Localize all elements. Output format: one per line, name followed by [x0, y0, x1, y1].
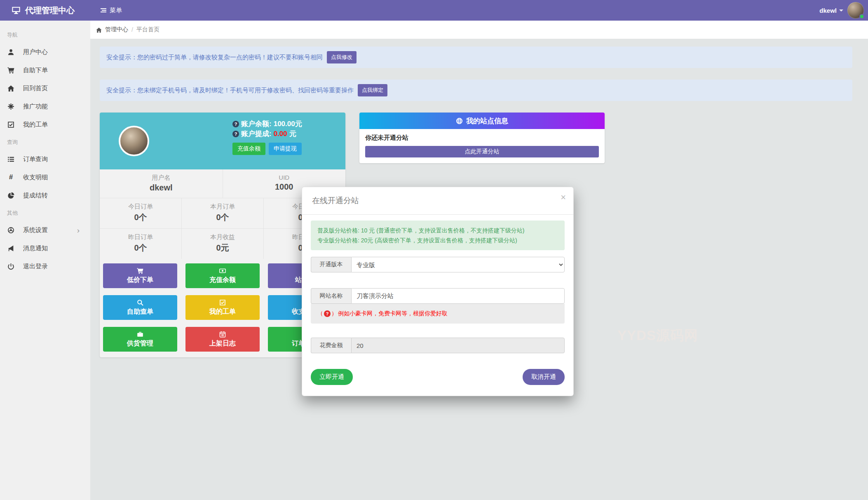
sidebar-item-notifications[interactable]: 消息通知	[0, 239, 90, 257]
pricing-line-pro: 专业版分站价格: 20元 (高级密价下单，支持设置出售价格，支持搭建下级分站)	[317, 235, 558, 245]
cost-input	[351, 338, 565, 353]
asterisk-icon	[7, 103, 14, 110]
sidebar-item-self-order[interactable]: 自助下单	[0, 61, 90, 79]
account-avatar	[119, 126, 149, 156]
breadcrumb: 管理中心 / 平台首页	[90, 21, 868, 39]
sitename-label: 网站名称	[311, 288, 351, 304]
home-icon	[96, 27, 102, 33]
stat-month-orders: 本月订单 0个	[181, 198, 263, 228]
commission-label: 账户提成:	[241, 129, 272, 139]
password-alert-text: 安全提示：您的密码过于简单，请修改较复杂一点的密码！建议不要和账号相同	[106, 54, 323, 61]
pricing-line-basic: 普及版分站价格: 10 元 (普通密价下单，支持设置出售价格，不支持搭建下级分站…	[317, 225, 558, 235]
bullhorn-icon	[7, 245, 14, 252]
breadcrumb-section[interactable]: 管理中心	[105, 26, 128, 33]
user-menu[interactable]: dkewl	[819, 7, 843, 14]
sidebar-item-order-query[interactable]: 订单查询	[0, 150, 90, 168]
balance-line: ? 账户余额: 100.00元	[232, 119, 302, 129]
open-branch-button[interactable]: 点此开通分站	[365, 146, 599, 157]
site-info-panel: 我的站点信息 你还未开通分站 点此开通分站	[359, 113, 605, 163]
avatar[interactable]	[847, 2, 864, 19]
sidebar-item-commission-transfer[interactable]: 提成结转	[0, 186, 90, 204]
chevron-right-icon: ›	[77, 226, 80, 234]
hashtag-icon: #	[7, 173, 14, 181]
phone-bind-alert: 安全提示：您未绑定手机号码，请及时绑定！手机号可用于修改密码、找回密码等重要操作…	[100, 80, 852, 101]
calendar-icon	[219, 331, 226, 338]
stat-month-income: 本月收益 0元	[181, 229, 263, 259]
confirm-open-button[interactable]: 立即开通	[311, 369, 353, 385]
phone-bind-alert-text: 安全提示：您未绑定手机号码，请及时绑定！手机号可用于修改密码、找回密码等重要操作	[106, 87, 354, 94]
tile-my-tickets[interactable]: 我的工单	[185, 295, 260, 320]
bind-phone-button[interactable]: 点我绑定	[358, 84, 387, 96]
question-circle-icon[interactable]: ?	[232, 121, 239, 127]
cancel-open-button[interactable]: 取消开通	[523, 369, 565, 385]
breadcrumb-separator: /	[131, 26, 133, 33]
sitename-hint-text: 例如小豪卡网，免费卡网等，根据你爱好取	[338, 310, 448, 317]
bars-icon	[100, 7, 107, 14]
sitename-input[interactable]	[351, 288, 565, 304]
sidebar-item-home[interactable]: 回到首页	[0, 79, 90, 97]
check-square-icon	[7, 121, 14, 128]
sidebar-section-other: 其他	[0, 204, 90, 221]
power-icon	[7, 263, 14, 270]
money-icon	[219, 268, 226, 274]
sitename-hint: （?） 例如小豪卡网，免费卡网等，根据你爱好取	[311, 304, 565, 324]
tile-self-query[interactable]: 自助查单	[103, 295, 177, 320]
stat-yesterday-orders: 昨日订单 0个	[100, 229, 181, 259]
app-title: 代理管理中心	[25, 5, 75, 16]
menu-toggle[interactable]: 菜单	[100, 7, 122, 14]
balance-value: 100.00元	[274, 119, 302, 129]
account-hero: ? 账户余额: 100.00元 ? 账户提成: 0.00 元 充值余额	[100, 113, 345, 169]
sidebar-section-query: 查询	[0, 134, 90, 150]
wheel-icon	[7, 227, 14, 234]
cost-field: 花费金额	[311, 338, 565, 353]
stat-today-orders: 今日订单 0个	[100, 198, 181, 228]
modal-title: 在线开通分站	[312, 196, 359, 205]
home-icon	[7, 85, 14, 92]
sitename-field: 网站名称	[311, 288, 565, 304]
commission-line: ? 账户提成: 0.00 元	[232, 129, 302, 139]
commission-unit: 元	[289, 129, 296, 139]
version-label: 开通版本	[311, 257, 351, 272]
breadcrumb-home[interactable]	[96, 26, 102, 33]
withdraw-button[interactable]: 申请提现	[269, 143, 302, 155]
online-status-dot	[859, 14, 864, 19]
cart-icon	[137, 268, 143, 274]
sidebar-item-user-center[interactable]: 用户中心	[0, 43, 90, 61]
tile-cheap-order[interactable]: 低价下单	[103, 263, 177, 288]
username: dkewl	[819, 7, 837, 14]
app-brand[interactable]: 代理管理中心	[0, 5, 76, 16]
caret-down-icon	[839, 9, 843, 12]
sidebar-section-nav: 导航	[0, 26, 90, 43]
briefcase-icon	[137, 331, 143, 338]
tile-shelf-log[interactable]: 上架日志	[185, 327, 260, 352]
branch-status-text: 你还未开通分站	[365, 134, 599, 142]
sidebar: 导航 用户中心 自助下单 回到首页 推广功能 我的工单 查询 订单查询 # 收支…	[0, 21, 90, 500]
sidebar-item-logout[interactable]: 退出登录	[0, 257, 90, 275]
sidebar-item-promotion[interactable]: 推广功能	[0, 97, 90, 115]
site-info-header: 我的站点信息	[359, 113, 605, 129]
user-icon	[7, 49, 14, 56]
tile-supply-manage[interactable]: 供货管理	[103, 327, 177, 352]
sidebar-item-income-detail[interactable]: # 收支明细	[0, 168, 90, 186]
list-icon	[7, 156, 14, 163]
question-circle-icon[interactable]: ?	[232, 131, 239, 137]
password-alert: 安全提示：您的密码过于简单，请修改较复杂一点的密码！建议不要和账号相同 点我修改	[100, 47, 852, 68]
change-password-button[interactable]: 点我修改	[327, 51, 357, 63]
stat-username: 用户名 dkewl	[100, 169, 223, 198]
top-navbar: 代理管理中心 菜单 dkewl	[0, 0, 868, 21]
menu-label: 菜单	[110, 7, 122, 14]
sidebar-item-my-tickets[interactable]: 我的工单	[0, 115, 90, 134]
commission-value: 0.00	[274, 129, 287, 139]
question-circle-icon: ?	[324, 310, 331, 317]
version-select[interactable]: 专业版	[351, 257, 565, 272]
open-branch-modal: 在线开通分站 × 普及版分站价格: 10 元 (普通密价下单，支持设置出售价格，…	[302, 187, 574, 396]
close-icon[interactable]: ×	[561, 193, 566, 202]
check-square-icon	[219, 299, 226, 306]
cost-label: 花费金额	[311, 338, 351, 353]
pie-chart-icon	[7, 192, 14, 199]
desktop-icon	[12, 6, 21, 15]
site-info-title: 我的站点信息	[466, 116, 508, 126]
tile-recharge[interactable]: 充值余额	[185, 263, 260, 288]
sidebar-item-system-settings[interactable]: 系统设置 ›	[0, 221, 90, 239]
recharge-button[interactable]: 充值余额	[232, 143, 265, 155]
